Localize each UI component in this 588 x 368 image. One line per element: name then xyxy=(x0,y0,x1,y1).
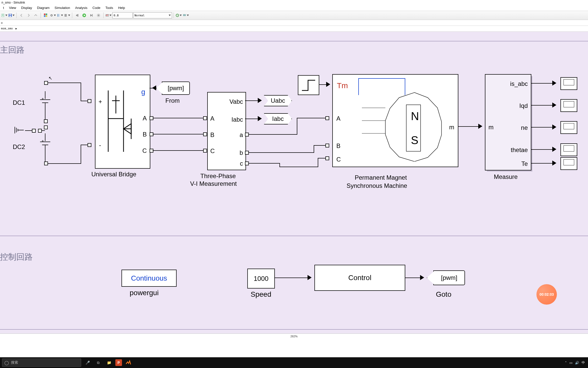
menu-edit-stub[interactable]: t xyxy=(1,5,6,10)
port xyxy=(203,149,207,153)
step-forward-button[interactable] xyxy=(88,12,95,19)
wire xyxy=(248,134,297,135)
model-tab[interactable]: o xyxy=(1,21,3,24)
wire xyxy=(531,105,553,106)
port xyxy=(203,116,207,120)
simulation-mode-select[interactable]: Normal xyxy=(133,12,172,18)
menu-help[interactable]: Help xyxy=(116,5,127,10)
block-speed-constant[interactable]: 1000 xyxy=(247,269,275,289)
file-explorer-icon[interactable]: 📁 xyxy=(105,358,113,367)
separator xyxy=(103,13,104,18)
region-divider xyxy=(0,236,588,236)
stop-time-input[interactable] xyxy=(112,12,133,18)
port-a-out: a xyxy=(240,131,243,139)
menu-diagram[interactable]: Diagram xyxy=(35,5,52,10)
block-powergui[interactable]: Continuous xyxy=(121,270,177,287)
model-tabbar: o xyxy=(0,20,588,26)
block-scope-isabc[interactable] xyxy=(560,77,577,90)
block-scope-thetae[interactable] xyxy=(560,143,577,156)
tray-chevron-up-icon[interactable]: ˄ xyxy=(565,361,567,365)
ime-indicator[interactable]: 中 xyxy=(582,360,585,365)
run-button[interactable] xyxy=(81,12,88,19)
block-goto-pwm[interactable]: [pwm] xyxy=(433,270,465,285)
wire xyxy=(42,130,45,131)
port-vabc: Vabc xyxy=(229,98,243,105)
tray-battery-icon[interactable]: ▭ xyxy=(569,361,572,365)
new-model-button[interactable] xyxy=(1,12,8,19)
wire xyxy=(47,163,81,164)
wire xyxy=(245,100,259,101)
up-button[interactable] xyxy=(32,12,39,19)
wire xyxy=(153,134,204,134)
port-b: B xyxy=(143,131,147,138)
block-universal-bridge[interactable]: g + - A B C xyxy=(95,75,150,169)
menu-simulation[interactable]: Simulation xyxy=(53,5,72,10)
block-vi-measurement[interactable]: Vabc Iabc A B C a b c xyxy=(207,92,246,170)
step-back-button[interactable] xyxy=(74,12,80,19)
status-bar: 282% xyxy=(0,334,588,339)
model-explorer-button[interactable] xyxy=(57,12,63,19)
diagram-canvas[interactable]: 主回路 控制回路 ↖ + DC1 + DC2 xyxy=(0,32,588,339)
port-ne: ne xyxy=(521,124,528,131)
menu-display[interactable]: Display xyxy=(19,5,34,10)
wire xyxy=(279,163,280,167)
block-pmsm[interactable]: Tm A B C m N S xyxy=(332,74,458,167)
separator xyxy=(72,13,72,18)
label-measure: Measure xyxy=(494,173,518,180)
chevron-down-icon xyxy=(109,15,112,16)
block-scope-te[interactable] xyxy=(560,157,577,170)
save-button[interactable] xyxy=(8,12,15,19)
port xyxy=(88,143,91,147)
svg-rect-11 xyxy=(57,14,58,17)
stop-button[interactable] xyxy=(95,12,102,19)
build-button[interactable] xyxy=(182,12,189,19)
fastrestart-button[interactable] xyxy=(175,12,182,19)
tray-volume-icon[interactable]: 🔊 xyxy=(575,361,579,365)
menu-code[interactable]: Code xyxy=(90,5,102,10)
block-dc2[interactable]: + xyxy=(36,133,54,162)
wire xyxy=(150,88,153,88)
taskbar-search[interactable]: ◯ 搜索 xyxy=(2,359,81,367)
breadcrumb-model[interactable]: msm_smo xyxy=(1,27,13,30)
svg-rect-8 xyxy=(46,15,47,17)
block-control[interactable]: Control xyxy=(314,265,405,291)
menu-tools[interactable]: Tools xyxy=(103,5,115,10)
block-from-pwm[interactable]: [pwm] xyxy=(162,82,190,95)
powerpoint-icon[interactable]: P xyxy=(115,359,122,366)
toolbar: Normal xyxy=(0,11,588,20)
block-dc1[interactable]: + xyxy=(36,91,54,120)
menu-view[interactable]: View xyxy=(7,5,18,10)
breadcrumb: msm_smo ▶ xyxy=(0,26,588,32)
block-ground[interactable] xyxy=(13,124,25,136)
svg-marker-16 xyxy=(76,14,78,17)
block-measure[interactable]: m is_abc Iqd ne thetae Te xyxy=(485,74,531,170)
task-view-icon[interactable]: ⧉ xyxy=(94,358,103,367)
back-button[interactable] xyxy=(18,12,25,19)
menu-analysis[interactable]: Analysis xyxy=(73,5,89,10)
port-a-in: A xyxy=(210,115,214,122)
separator xyxy=(41,13,41,18)
block-goto-iabc[interactable]: Iabc xyxy=(264,113,292,124)
port xyxy=(44,119,48,123)
model-config-button[interactable] xyxy=(50,12,56,19)
matlab-icon[interactable] xyxy=(124,358,133,367)
block-scope-iqd[interactable] xyxy=(560,99,577,112)
arrow-icon xyxy=(552,102,556,108)
record-button[interactable] xyxy=(105,12,112,19)
block-step-tm[interactable] xyxy=(298,75,319,95)
block-scope-ne[interactable] xyxy=(560,121,577,134)
block-goto-uabc[interactable]: Uabc xyxy=(264,95,292,106)
window-title: n_smo - Simulink xyxy=(0,0,588,5)
port xyxy=(325,116,329,120)
zoom-level: 282% xyxy=(290,335,298,338)
forward-button[interactable] xyxy=(25,12,32,19)
title-text: n_smo - Simulink xyxy=(2,1,25,4)
library-browser-button[interactable] xyxy=(42,12,49,19)
port-c-out: c xyxy=(240,160,243,167)
list-button[interactable] xyxy=(64,12,70,19)
cortana-mic-icon[interactable]: 🎤 xyxy=(83,358,92,367)
recorder-timer-badge: 00:02:03 xyxy=(536,284,557,305)
wire xyxy=(297,118,325,118)
arrow-icon xyxy=(420,275,424,280)
system-tray[interactable]: ˄ ▭ 🔊 中 xyxy=(565,360,588,365)
